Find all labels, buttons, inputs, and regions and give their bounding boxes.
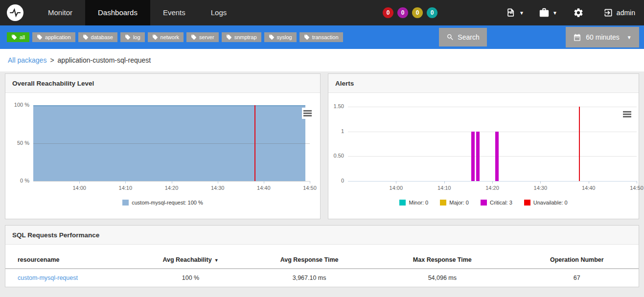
nav-item-monitor[interactable]: Monitor	[35, 0, 85, 25]
x-axis-tick	[218, 181, 218, 183]
tag-filter-syslog[interactable]: syslog	[264, 32, 297, 42]
pdf-export-button[interactable]: ▼	[506, 8, 524, 18]
status-badge-2[interactable]: 0	[412, 7, 423, 18]
chevron-down-icon: ▼	[519, 10, 524, 16]
legend-item[interactable]: Critical: 3	[481, 200, 512, 206]
column-header-max-response-time[interactable]: Max Response Time	[369, 251, 515, 269]
alert-bar-critical	[476, 132, 480, 181]
gridline	[348, 156, 637, 157]
x-axis-label: 14:30	[211, 185, 225, 191]
tag-label: server	[199, 34, 214, 40]
panel-title: SQL Requests Performance	[5, 226, 639, 245]
time-range-label: 60 minutes	[586, 33, 619, 41]
username-label: admin	[617, 9, 635, 17]
table-cell: 100 %	[132, 269, 249, 287]
legend-label: Critical: 3	[490, 200, 512, 206]
nav-item-logs[interactable]: Logs	[198, 0, 240, 25]
legend-item[interactable]: Minor: 0	[399, 200, 428, 206]
tag-filter-server[interactable]: server	[186, 32, 219, 42]
legend-item[interactable]: custom-mysql-request: 100 %	[122, 200, 203, 206]
x-axis-tick	[589, 181, 589, 183]
gear-icon	[573, 7, 584, 18]
x-axis-label: 14:40	[582, 185, 596, 191]
logout-button[interactable]: admin	[603, 8, 635, 18]
status-badge-3[interactable]: 0	[427, 7, 437, 18]
legend-swatch	[122, 200, 129, 206]
tag-filter-network[interactable]: network	[148, 32, 184, 42]
pulse-icon	[9, 6, 22, 19]
chart-legend: custom-mysql-request: 100 %	[5, 200, 320, 206]
tag-icon	[83, 34, 89, 40]
x-axis-tick	[637, 181, 637, 183]
legend-swatch	[399, 200, 406, 206]
tag-label: all	[20, 34, 25, 40]
sort-desc-icon: ▼	[214, 258, 219, 263]
current-time-marker	[579, 107, 580, 181]
briefcase-icon	[539, 7, 550, 18]
tag-label: network	[161, 34, 180, 40]
tag-filter-all[interactable]: all	[7, 32, 29, 42]
y-axis-label: 0	[328, 178, 344, 183]
status-badge-0[interactable]: 0	[383, 7, 393, 18]
x-axis-label: 14:00	[390, 185, 403, 191]
gridline	[348, 107, 637, 107]
filter-bar: allapplicationdatabaselognetworkserversn…	[0, 25, 644, 49]
nav-item-dashboards[interactable]: Dashboards	[85, 0, 150, 25]
alert-bar-critical	[471, 132, 475, 181]
column-header-avg-response-time[interactable]: Avg Response Time	[249, 251, 369, 269]
legend-item[interactable]: Major: 0	[440, 200, 469, 206]
tag-label: snmptrap	[234, 34, 257, 40]
chart-context-menu-button[interactable]	[302, 108, 313, 119]
chevron-down-icon: ▼	[552, 10, 557, 16]
x-axis-label: 14:10	[437, 185, 451, 191]
search-button[interactable]: Search	[439, 28, 487, 46]
alert-bar-critical	[495, 132, 499, 181]
alerts-panel: Alerts Minor: 0Major: 0Critical: 3Unavai…	[328, 73, 639, 219]
x-axis-label: 14:20	[165, 185, 179, 191]
chart-context-menu-button[interactable]	[621, 109, 633, 120]
y-axis-label: 1.50	[328, 103, 344, 109]
nav-item-events[interactable]: Events	[150, 0, 198, 25]
legend-label: Minor: 0	[409, 200, 428, 206]
table-cell: custom-mysql-request	[5, 269, 132, 287]
legend-swatch	[481, 200, 487, 206]
y-axis-label: 100 %	[5, 102, 29, 108]
x-axis-tick	[172, 181, 172, 183]
calendar-icon	[573, 33, 581, 42]
time-range-selector[interactable]: 60 minutes ▼	[566, 27, 639, 47]
tag-icon	[11, 34, 17, 40]
column-header-resourcename[interactable]: resourcename	[5, 251, 132, 269]
tools-button[interactable]: ▼	[539, 7, 557, 18]
x-axis-tick	[396, 181, 396, 183]
gridline	[33, 143, 310, 144]
tag-icon	[269, 34, 275, 40]
search-button-label: Search	[458, 33, 479, 41]
chevron-down-icon: ▼	[627, 35, 632, 40]
reachability-panel: Overall Reachability Level custom-mysql-…	[5, 73, 321, 219]
table-row: custom-mysql-request100 %3,967.10 ms54,0…	[5, 269, 639, 287]
column-header-avg-reachability[interactable]: Avg Reachability▼	[132, 251, 249, 269]
x-axis-label: 14:30	[534, 185, 548, 191]
x-axis-label: 14:10	[119, 185, 133, 191]
breadcrumb-parent-link[interactable]: All packages	[8, 56, 46, 64]
settings-button[interactable]	[573, 7, 584, 18]
tag-filter-snmptrap[interactable]: snmptrap	[222, 32, 261, 42]
tag-filter-database[interactable]: database	[78, 32, 117, 42]
tag-filter-transaction[interactable]: transaction	[299, 32, 343, 42]
app-logo[interactable]	[7, 4, 23, 21]
table-cell: 67	[515, 269, 639, 287]
status-badge-1[interactable]: 0	[397, 7, 408, 18]
column-header-operation-number[interactable]: Operation Number	[515, 251, 639, 269]
x-axis-label: 14:20	[485, 185, 499, 191]
resource-link[interactable]: custom-mysql-request	[18, 274, 78, 281]
tag-filter-log[interactable]: log	[120, 32, 145, 42]
main-content: Overall Reachability Level custom-mysql-…	[0, 71, 644, 287]
tag-icon	[37, 34, 43, 40]
tag-filter-application[interactable]: application	[32, 32, 75, 42]
sql-performance-panel: SQL Requests Performance resourcenameAvg…	[5, 225, 639, 287]
legend-item[interactable]: Unavailable: 0	[524, 200, 568, 206]
tag-label: application	[45, 34, 71, 40]
gridline	[348, 132, 637, 132]
y-axis-label: 0 %	[5, 178, 29, 183]
tag-label: database	[91, 34, 113, 40]
